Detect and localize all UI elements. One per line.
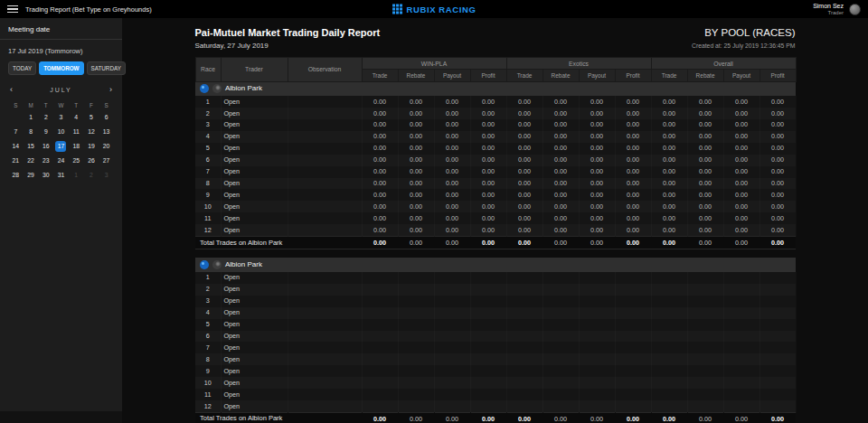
race-row[interactable]: 6Open0.000.000.000.000.000.000.000.000.0… bbox=[195, 155, 796, 166]
race-row[interactable]: 8Open0.000.000.000.000.000.000.000.000.0… bbox=[195, 178, 796, 190]
value-cell: 0.00 bbox=[362, 189, 398, 201]
value-cell: 0.00 bbox=[506, 178, 542, 190]
race-row[interactable]: 10Open bbox=[195, 377, 796, 389]
calendar-date[interactable]: 1 bbox=[69, 169, 84, 183]
race-row[interactable]: 2Open0.000.000.000.000.000.000.000.000.0… bbox=[195, 108, 796, 119]
calendar-date[interactable]: 11 bbox=[69, 126, 84, 140]
race-row[interactable]: 3Open0.000.000.000.000.000.000.000.000.0… bbox=[195, 119, 796, 131]
race-row[interactable]: 7Open0.000.000.000.000.000.000.000.000.0… bbox=[195, 166, 796, 178]
race-row[interactable]: 4Open bbox=[195, 307, 796, 319]
calendar-date[interactable]: 12 bbox=[84, 126, 99, 140]
calendar-date[interactable]: 17 bbox=[53, 140, 69, 155]
observation-cell bbox=[288, 353, 362, 365]
trader-status: Open bbox=[221, 353, 288, 365]
race-row[interactable]: 9Open0.000.000.000.000.000.000.000.000.0… bbox=[195, 189, 796, 201]
value-cell: 0.00 bbox=[362, 224, 398, 236]
value-cell: 0.00 bbox=[651, 131, 687, 143]
total-value-cell: 0.00 bbox=[579, 237, 615, 249]
value-cell: 0.00 bbox=[615, 201, 651, 212]
track-icon bbox=[212, 260, 222, 269]
race-row[interactable]: 3Open bbox=[195, 296, 796, 307]
calendar-date[interactable]: 6 bbox=[99, 111, 114, 126]
calendar-date[interactable]: 20 bbox=[99, 140, 114, 155]
race-row[interactable]: 11Open0.000.000.000.000.000.000.000.000.… bbox=[195, 212, 796, 224]
calendar-date[interactable]: 7 bbox=[8, 126, 24, 140]
group-header: Overall bbox=[651, 58, 796, 70]
calendar-date[interactable]: 15 bbox=[24, 140, 39, 155]
value-cell: 0.00 bbox=[398, 108, 434, 119]
race-number: 6 bbox=[195, 155, 221, 166]
calendar-date[interactable]: 2 bbox=[84, 169, 99, 183]
calendar-date[interactable]: 14 bbox=[8, 140, 24, 155]
value-cell: 0.00 bbox=[760, 155, 796, 166]
race-number: 3 bbox=[195, 119, 221, 131]
calendar-day-headers: SMTWTFS bbox=[8, 99, 114, 111]
calendar-day-header: S bbox=[99, 99, 114, 111]
value-cell: 0.00 bbox=[470, 224, 506, 236]
calendar-date[interactable]: 16 bbox=[38, 140, 53, 155]
quick-button-today[interactable]: TODAY bbox=[8, 61, 36, 75]
race-row[interactable]: 4Open0.000.000.000.000.000.000.000.000.0… bbox=[195, 131, 796, 143]
race-row[interactable]: 12Open0.000.000.000.000.000.000.000.000.… bbox=[195, 224, 796, 236]
calendar-date[interactable]: 18 bbox=[69, 140, 84, 155]
value-cell: 0.00 bbox=[362, 119, 398, 131]
calendar-date[interactable]: 27 bbox=[99, 155, 114, 169]
calendar-date[interactable]: 8 bbox=[24, 126, 39, 140]
race-row[interactable]: 8Open bbox=[195, 353, 796, 365]
calendar-date[interactable]: 19 bbox=[84, 140, 99, 155]
calendar-next-icon[interactable]: › bbox=[108, 86, 114, 94]
race-row[interactable]: 7Open bbox=[195, 342, 796, 353]
calendar-date[interactable]: 9 bbox=[38, 126, 53, 140]
selected-meeting-date: 17 Jul 2019 (Tommorow) bbox=[8, 47, 114, 55]
value-cell bbox=[687, 377, 723, 389]
value-cell: 0.00 bbox=[398, 224, 434, 236]
calendar-date[interactable]: 3 bbox=[53, 111, 69, 126]
observation-cell bbox=[288, 284, 362, 296]
race-row[interactable]: 2Open bbox=[195, 284, 796, 296]
user-block[interactable]: Simon Sez Trader bbox=[813, 3, 861, 16]
calendar-date[interactable]: 2 bbox=[38, 111, 53, 126]
race-row[interactable]: 1Open bbox=[195, 272, 796, 284]
calendar-date[interactable]: 22 bbox=[24, 155, 39, 169]
calendar-date[interactable]: 28 bbox=[8, 169, 24, 183]
race-row[interactable]: 5Open0.000.000.000.000.000.000.000.000.0… bbox=[195, 143, 796, 155]
value-cell bbox=[651, 377, 687, 389]
race-row[interactable]: 6Open bbox=[195, 331, 796, 343]
calendar-date[interactable]: 29 bbox=[24, 169, 39, 183]
total-value-cell: 0.00 bbox=[615, 412, 651, 423]
value-cell: 0.00 bbox=[651, 108, 687, 119]
value-cell: 0.00 bbox=[687, 166, 723, 178]
race-row[interactable]: 9Open bbox=[195, 365, 796, 377]
calendar-date[interactable]: 31 bbox=[53, 169, 69, 183]
value-cell bbox=[579, 284, 615, 296]
calendar-date[interactable]: 24 bbox=[53, 155, 69, 169]
calendar-date[interactable]: 4 bbox=[69, 111, 84, 126]
value-cell: 0.00 bbox=[362, 178, 398, 190]
trader-status: Open bbox=[221, 331, 288, 343]
quick-button-saturday[interactable]: SATURDAY bbox=[87, 61, 126, 75]
calendar-date[interactable]: 10 bbox=[53, 126, 69, 140]
calendar-date[interactable]: 5 bbox=[84, 111, 99, 126]
race-row[interactable]: 5Open bbox=[195, 319, 796, 331]
calendar-date[interactable]: 26 bbox=[84, 155, 99, 169]
race-row[interactable]: 10Open0.000.000.000.000.000.000.000.000.… bbox=[195, 201, 796, 212]
observation-cell bbox=[288, 166, 362, 178]
race-row[interactable]: 12Open bbox=[195, 400, 796, 412]
calendar-date[interactable]: 23 bbox=[38, 155, 53, 169]
value-cell bbox=[615, 284, 651, 296]
value-cell bbox=[687, 296, 723, 307]
calendar-date[interactable]: 13 bbox=[99, 126, 114, 140]
race-row[interactable]: 1Open0.000.000.000.000.000.000.000.000.0… bbox=[195, 96, 796, 108]
user-avatar[interactable] bbox=[849, 4, 861, 15]
calendar-date[interactable]: 30 bbox=[38, 169, 53, 183]
calendar-date[interactable]: 21 bbox=[8, 155, 24, 169]
calendar-date[interactable]: 3 bbox=[99, 169, 114, 183]
total-value-cell: 0.00 bbox=[760, 412, 796, 423]
quick-button-tommorow[interactable]: TOMMOROW bbox=[39, 61, 83, 75]
calendar-date[interactable]: 25 bbox=[69, 155, 84, 169]
race-row[interactable]: 11Open bbox=[195, 389, 796, 400]
calendar-prev-icon[interactable]: ‹ bbox=[8, 86, 14, 94]
calendar-date[interactable]: 1 bbox=[24, 111, 39, 126]
menu-icon[interactable] bbox=[7, 4, 18, 15]
user-role: Trader bbox=[813, 10, 844, 16]
